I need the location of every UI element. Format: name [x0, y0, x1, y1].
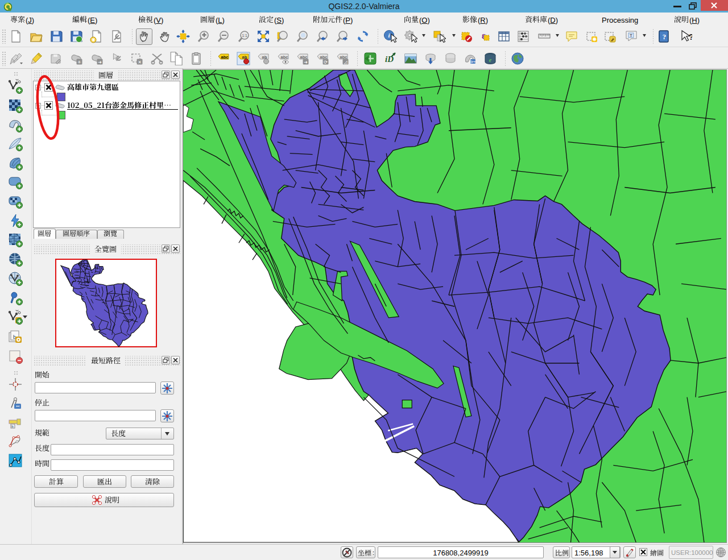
- svg-text:⟳: ⟳: [324, 60, 328, 65]
- svg-text:➜: ➜: [98, 60, 102, 65]
- svg-text:↤: ↤: [16, 404, 19, 408]
- svg-text:abc: abc: [300, 55, 308, 60]
- svg-text:abc: abc: [221, 55, 229, 60]
- svg-text:T: T: [630, 33, 632, 38]
- svg-text:✳: ✳: [77, 60, 81, 65]
- svg-text:1:1: 1:1: [242, 34, 247, 38]
- svg-text:abc: abc: [340, 55, 348, 60]
- svg-text:e: e: [489, 57, 492, 63]
- svg-text:b↦: b↦: [470, 60, 476, 64]
- svg-text:abc: abc: [320, 55, 328, 60]
- svg-text:?: ?: [689, 32, 692, 42]
- svg-text:?: ?: [663, 32, 667, 41]
- svg-text:abc: abc: [281, 55, 288, 60]
- svg-text:✕: ✕: [138, 60, 142, 65]
- svg-text:➜: ➜: [304, 60, 308, 65]
- svg-text:◿: ◿: [343, 60, 347, 65]
